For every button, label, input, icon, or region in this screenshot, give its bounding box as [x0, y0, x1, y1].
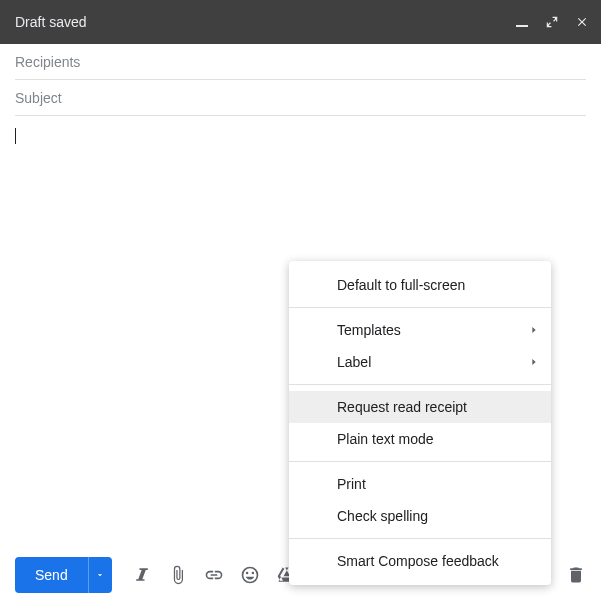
formatting-options-icon[interactable]	[132, 565, 152, 585]
menu-item-plain-text[interactable]: Plain text mode	[289, 423, 551, 455]
send-button[interactable]: Send	[15, 557, 88, 593]
menu-item-label: Request read receipt	[337, 399, 467, 415]
subject-field[interactable]	[15, 80, 586, 116]
menu-item-label: Label	[337, 354, 371, 370]
window-controls	[515, 15, 589, 29]
menu-item-read-receipt[interactable]: Request read receipt	[289, 391, 551, 423]
menu-separator	[289, 384, 551, 385]
recipients-input[interactable]	[15, 54, 586, 70]
insert-link-icon[interactable]	[204, 565, 224, 585]
insert-emoji-icon[interactable]	[240, 565, 260, 585]
menu-item-label[interactable]: Label	[289, 346, 551, 378]
more-options-menu: Default to full-screen Templates Label R…	[289, 261, 551, 585]
menu-item-label: Print	[337, 476, 366, 492]
menu-separator	[289, 538, 551, 539]
fullscreen-icon[interactable]	[545, 15, 559, 29]
compose-body[interactable]	[0, 116, 601, 144]
subject-input[interactable]	[15, 90, 586, 106]
compose-header: Draft saved	[0, 0, 601, 44]
menu-item-default-fullscreen[interactable]: Default to full-screen	[289, 269, 551, 301]
chevron-right-icon	[529, 357, 539, 367]
send-button-group: Send	[15, 557, 112, 593]
menu-item-label: Templates	[337, 322, 401, 338]
menu-item-label: Smart Compose feedback	[337, 553, 499, 569]
recipients-field[interactable]	[15, 44, 586, 80]
menu-item-check-spelling[interactable]: Check spelling	[289, 500, 551, 532]
menu-item-label: Default to full-screen	[337, 277, 465, 293]
compose-fields	[0, 44, 601, 116]
compose-title: Draft saved	[15, 14, 87, 30]
menu-item-label: Check spelling	[337, 508, 428, 524]
menu-item-label: Plain text mode	[337, 431, 434, 447]
menu-item-smart-compose[interactable]: Smart Compose feedback	[289, 545, 551, 577]
chevron-right-icon	[529, 325, 539, 335]
minimize-icon[interactable]	[515, 15, 529, 29]
discard-draft-icon[interactable]	[566, 565, 586, 585]
send-more-button[interactable]	[88, 557, 112, 593]
menu-separator	[289, 461, 551, 462]
attach-files-icon[interactable]	[168, 565, 188, 585]
text-cursor	[15, 128, 16, 144]
close-icon[interactable]	[575, 15, 589, 29]
menu-item-templates[interactable]: Templates	[289, 314, 551, 346]
menu-item-print[interactable]: Print	[289, 468, 551, 500]
menu-separator	[289, 307, 551, 308]
